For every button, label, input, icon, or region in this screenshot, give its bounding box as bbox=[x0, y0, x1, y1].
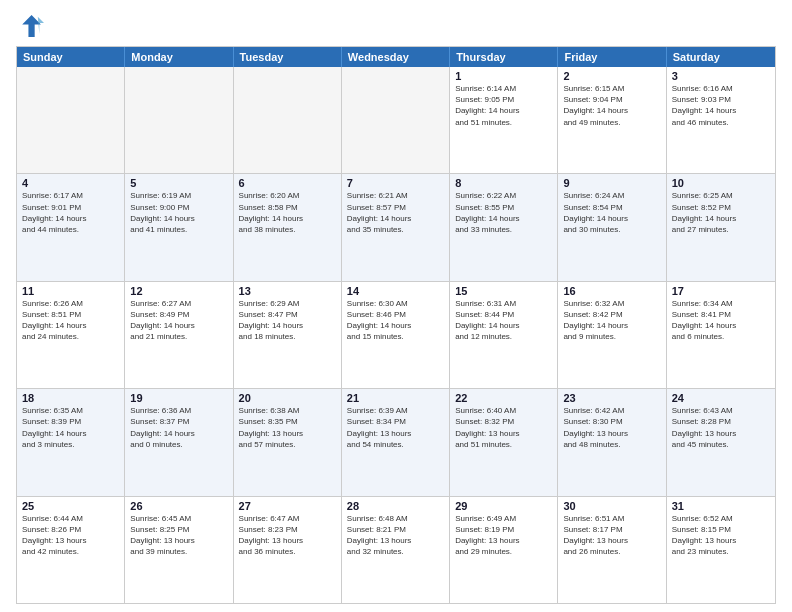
day-info: Sunrise: 6:19 AM Sunset: 9:00 PM Dayligh… bbox=[130, 190, 227, 235]
calendar-cell bbox=[342, 67, 450, 173]
day-info: Sunrise: 6:29 AM Sunset: 8:47 PM Dayligh… bbox=[239, 298, 336, 343]
calendar-row-1: 4Sunrise: 6:17 AM Sunset: 9:01 PM Daylig… bbox=[17, 174, 775, 281]
calendar-cell: 22Sunrise: 6:40 AM Sunset: 8:32 PM Dayli… bbox=[450, 389, 558, 495]
day-info: Sunrise: 6:22 AM Sunset: 8:55 PM Dayligh… bbox=[455, 190, 552, 235]
day-number: 22 bbox=[455, 392, 552, 404]
day-info: Sunrise: 6:16 AM Sunset: 9:03 PM Dayligh… bbox=[672, 83, 770, 128]
calendar-cell: 20Sunrise: 6:38 AM Sunset: 8:35 PM Dayli… bbox=[234, 389, 342, 495]
calendar-cell: 7Sunrise: 6:21 AM Sunset: 8:57 PM Daylig… bbox=[342, 174, 450, 280]
day-info: Sunrise: 6:32 AM Sunset: 8:42 PM Dayligh… bbox=[563, 298, 660, 343]
calendar-cell: 9Sunrise: 6:24 AM Sunset: 8:54 PM Daylig… bbox=[558, 174, 666, 280]
header bbox=[16, 12, 776, 40]
day-info: Sunrise: 6:15 AM Sunset: 9:04 PM Dayligh… bbox=[563, 83, 660, 128]
day-number: 21 bbox=[347, 392, 444, 404]
day-info: Sunrise: 6:40 AM Sunset: 8:32 PM Dayligh… bbox=[455, 405, 552, 450]
day-info: Sunrise: 6:17 AM Sunset: 9:01 PM Dayligh… bbox=[22, 190, 119, 235]
day-number: 29 bbox=[455, 500, 552, 512]
day-number: 8 bbox=[455, 177, 552, 189]
header-cell-saturday: Saturday bbox=[667, 47, 775, 67]
day-number: 25 bbox=[22, 500, 119, 512]
calendar-row-0: 1Sunrise: 6:14 AM Sunset: 9:05 PM Daylig… bbox=[17, 67, 775, 174]
calendar-cell: 15Sunrise: 6:31 AM Sunset: 8:44 PM Dayli… bbox=[450, 282, 558, 388]
day-info: Sunrise: 6:51 AM Sunset: 8:17 PM Dayligh… bbox=[563, 513, 660, 558]
header-cell-friday: Friday bbox=[558, 47, 666, 67]
day-info: Sunrise: 6:24 AM Sunset: 8:54 PM Dayligh… bbox=[563, 190, 660, 235]
day-info: Sunrise: 6:47 AM Sunset: 8:23 PM Dayligh… bbox=[239, 513, 336, 558]
calendar-cell: 11Sunrise: 6:26 AM Sunset: 8:51 PM Dayli… bbox=[17, 282, 125, 388]
header-cell-tuesday: Tuesday bbox=[234, 47, 342, 67]
day-info: Sunrise: 6:36 AM Sunset: 8:37 PM Dayligh… bbox=[130, 405, 227, 450]
page: SundayMondayTuesdayWednesdayThursdayFrid… bbox=[0, 0, 792, 612]
day-number: 3 bbox=[672, 70, 770, 82]
day-number: 20 bbox=[239, 392, 336, 404]
calendar-cell: 28Sunrise: 6:48 AM Sunset: 8:21 PM Dayli… bbox=[342, 497, 450, 603]
day-info: Sunrise: 6:49 AM Sunset: 8:19 PM Dayligh… bbox=[455, 513, 552, 558]
calendar: SundayMondayTuesdayWednesdayThursdayFrid… bbox=[16, 46, 776, 604]
calendar-cell bbox=[125, 67, 233, 173]
calendar-cell: 23Sunrise: 6:42 AM Sunset: 8:30 PM Dayli… bbox=[558, 389, 666, 495]
day-number: 19 bbox=[130, 392, 227, 404]
calendar-row-4: 25Sunrise: 6:44 AM Sunset: 8:26 PM Dayli… bbox=[17, 497, 775, 603]
day-info: Sunrise: 6:44 AM Sunset: 8:26 PM Dayligh… bbox=[22, 513, 119, 558]
calendar-cell: 10Sunrise: 6:25 AM Sunset: 8:52 PM Dayli… bbox=[667, 174, 775, 280]
calendar-header: SundayMondayTuesdayWednesdayThursdayFrid… bbox=[17, 47, 775, 67]
calendar-cell: 21Sunrise: 6:39 AM Sunset: 8:34 PM Dayli… bbox=[342, 389, 450, 495]
calendar-row-3: 18Sunrise: 6:35 AM Sunset: 8:39 PM Dayli… bbox=[17, 389, 775, 496]
day-number: 5 bbox=[130, 177, 227, 189]
day-number: 17 bbox=[672, 285, 770, 297]
day-number: 1 bbox=[455, 70, 552, 82]
day-number: 11 bbox=[22, 285, 119, 297]
calendar-body: 1Sunrise: 6:14 AM Sunset: 9:05 PM Daylig… bbox=[17, 67, 775, 603]
day-info: Sunrise: 6:45 AM Sunset: 8:25 PM Dayligh… bbox=[130, 513, 227, 558]
logo-icon bbox=[16, 12, 44, 40]
day-info: Sunrise: 6:31 AM Sunset: 8:44 PM Dayligh… bbox=[455, 298, 552, 343]
header-cell-monday: Monday bbox=[125, 47, 233, 67]
day-number: 28 bbox=[347, 500, 444, 512]
day-number: 15 bbox=[455, 285, 552, 297]
day-number: 23 bbox=[563, 392, 660, 404]
calendar-row-2: 11Sunrise: 6:26 AM Sunset: 8:51 PM Dayli… bbox=[17, 282, 775, 389]
day-info: Sunrise: 6:38 AM Sunset: 8:35 PM Dayligh… bbox=[239, 405, 336, 450]
calendar-cell: 1Sunrise: 6:14 AM Sunset: 9:05 PM Daylig… bbox=[450, 67, 558, 173]
calendar-cell: 16Sunrise: 6:32 AM Sunset: 8:42 PM Dayli… bbox=[558, 282, 666, 388]
day-number: 12 bbox=[130, 285, 227, 297]
calendar-cell: 18Sunrise: 6:35 AM Sunset: 8:39 PM Dayli… bbox=[17, 389, 125, 495]
calendar-cell: 19Sunrise: 6:36 AM Sunset: 8:37 PM Dayli… bbox=[125, 389, 233, 495]
day-info: Sunrise: 6:20 AM Sunset: 8:58 PM Dayligh… bbox=[239, 190, 336, 235]
day-number: 16 bbox=[563, 285, 660, 297]
calendar-cell: 14Sunrise: 6:30 AM Sunset: 8:46 PM Dayli… bbox=[342, 282, 450, 388]
day-number: 13 bbox=[239, 285, 336, 297]
day-number: 6 bbox=[239, 177, 336, 189]
calendar-cell: 6Sunrise: 6:20 AM Sunset: 8:58 PM Daylig… bbox=[234, 174, 342, 280]
day-info: Sunrise: 6:25 AM Sunset: 8:52 PM Dayligh… bbox=[672, 190, 770, 235]
day-number: 26 bbox=[130, 500, 227, 512]
day-info: Sunrise: 6:27 AM Sunset: 8:49 PM Dayligh… bbox=[130, 298, 227, 343]
calendar-cell: 5Sunrise: 6:19 AM Sunset: 9:00 PM Daylig… bbox=[125, 174, 233, 280]
calendar-cell: 13Sunrise: 6:29 AM Sunset: 8:47 PM Dayli… bbox=[234, 282, 342, 388]
calendar-cell bbox=[17, 67, 125, 173]
calendar-cell: 27Sunrise: 6:47 AM Sunset: 8:23 PM Dayli… bbox=[234, 497, 342, 603]
day-number: 4 bbox=[22, 177, 119, 189]
day-info: Sunrise: 6:48 AM Sunset: 8:21 PM Dayligh… bbox=[347, 513, 444, 558]
calendar-cell: 4Sunrise: 6:17 AM Sunset: 9:01 PM Daylig… bbox=[17, 174, 125, 280]
logo bbox=[16, 12, 48, 40]
day-info: Sunrise: 6:26 AM Sunset: 8:51 PM Dayligh… bbox=[22, 298, 119, 343]
day-number: 31 bbox=[672, 500, 770, 512]
calendar-cell: 26Sunrise: 6:45 AM Sunset: 8:25 PM Dayli… bbox=[125, 497, 233, 603]
day-number: 24 bbox=[672, 392, 770, 404]
day-number: 18 bbox=[22, 392, 119, 404]
day-number: 27 bbox=[239, 500, 336, 512]
calendar-cell: 2Sunrise: 6:15 AM Sunset: 9:04 PM Daylig… bbox=[558, 67, 666, 173]
calendar-cell: 8Sunrise: 6:22 AM Sunset: 8:55 PM Daylig… bbox=[450, 174, 558, 280]
calendar-cell bbox=[234, 67, 342, 173]
day-info: Sunrise: 6:14 AM Sunset: 9:05 PM Dayligh… bbox=[455, 83, 552, 128]
day-info: Sunrise: 6:35 AM Sunset: 8:39 PM Dayligh… bbox=[22, 405, 119, 450]
day-info: Sunrise: 6:30 AM Sunset: 8:46 PM Dayligh… bbox=[347, 298, 444, 343]
header-cell-sunday: Sunday bbox=[17, 47, 125, 67]
header-cell-thursday: Thursday bbox=[450, 47, 558, 67]
calendar-cell: 25Sunrise: 6:44 AM Sunset: 8:26 PM Dayli… bbox=[17, 497, 125, 603]
day-info: Sunrise: 6:34 AM Sunset: 8:41 PM Dayligh… bbox=[672, 298, 770, 343]
day-number: 10 bbox=[672, 177, 770, 189]
calendar-cell: 31Sunrise: 6:52 AM Sunset: 8:15 PM Dayli… bbox=[667, 497, 775, 603]
day-number: 7 bbox=[347, 177, 444, 189]
